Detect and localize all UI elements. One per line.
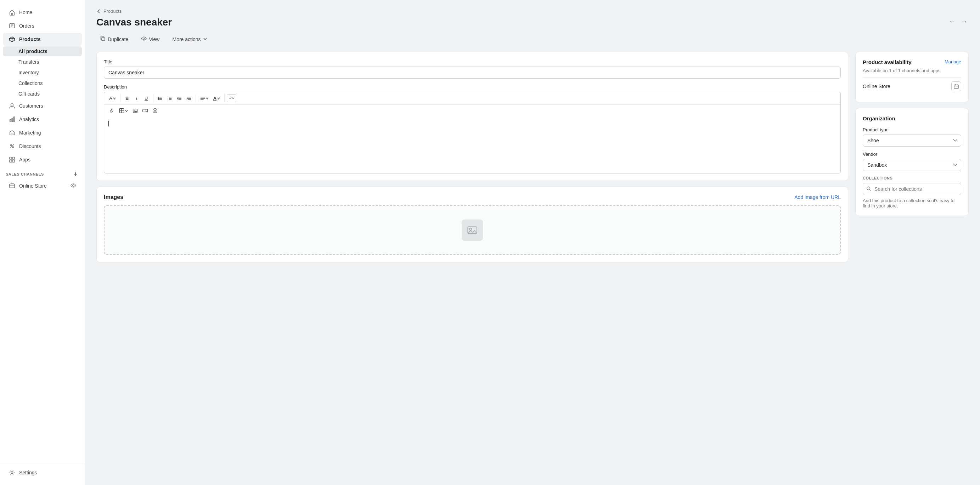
sidebar-subitem-gift-cards[interactable]: Gift cards (3, 89, 82, 99)
collections-search-input[interactable] (863, 183, 961, 195)
svg-rect-49 (143, 109, 146, 112)
breadcrumb[interactable]: Products (96, 8, 969, 14)
duplicate-icon (100, 36, 106, 43)
rte-outdent-btn[interactable] (175, 95, 184, 102)
availability-title: Product availability (863, 59, 912, 65)
collections-label: COLLECTIONS (863, 176, 961, 180)
product-type-label: Product type (863, 127, 961, 132)
sidebar-item-apps[interactable]: Apps (3, 153, 82, 166)
description-editor[interactable] (104, 117, 841, 173)
description-field-group: Description A B (104, 84, 841, 173)
sidebar-item-orders[interactable]: Orders (3, 19, 82, 32)
svg-point-54 (469, 228, 472, 230)
rte-code-label: <> (229, 96, 234, 101)
sidebar-item-apps-label: Apps (19, 157, 30, 163)
rte-underline-btn[interactable]: U (142, 94, 151, 102)
vendor-label: Vendor (863, 152, 961, 157)
product-type-select[interactable]: Shoe (863, 135, 961, 147)
main-content: Products Canvas sneaker ← → Duplicate (85, 0, 980, 485)
duplicate-label: Duplicate (108, 36, 128, 42)
action-bar: Duplicate View More actions (96, 33, 969, 44)
marketing-icon (8, 129, 16, 136)
sidebar-subitem-collections-label: Collections (18, 80, 43, 86)
duplicate-button[interactable]: Duplicate (96, 33, 132, 44)
prev-product-button[interactable]: ← (947, 17, 957, 27)
svg-point-8 (11, 145, 12, 146)
rte-text-color-btn[interactable]: A (211, 94, 222, 102)
image-dropzone[interactable] (104, 205, 841, 255)
rte-italic-btn[interactable]: I (132, 94, 142, 102)
calendar-icon-button[interactable] (951, 81, 961, 91)
sidebar-subitem-inventory-label: Inventory (18, 70, 39, 75)
rte-clear-btn[interactable] (150, 106, 160, 115)
apps-icon (8, 156, 16, 163)
sidebar-item-marketing[interactable]: Marketing (3, 127, 82, 139)
sidebar-subitem-transfers-label: Transfers (18, 59, 39, 65)
sales-channels-section: SALES CHANNELS (0, 166, 85, 179)
sidebar-subitem-transfers[interactable]: Transfers (3, 57, 82, 67)
svg-rect-12 (13, 157, 14, 159)
add-image-url-label: Add image from URL (794, 194, 841, 200)
title-label: Title (104, 59, 841, 65)
rte-image-btn[interactable] (130, 106, 140, 115)
next-product-button[interactable]: → (959, 17, 969, 27)
online-store-visibility-icon[interactable] (70, 183, 76, 189)
discounts-icon (8, 143, 16, 150)
sidebar-item-discounts[interactable]: Discounts (3, 140, 82, 152)
collections-help-text: Add this product to a collection so it's… (863, 198, 961, 209)
analytics-icon (8, 116, 16, 123)
view-button[interactable]: View (137, 33, 163, 44)
add-sales-channel-button[interactable] (72, 171, 79, 178)
organization-title: Organization (863, 116, 961, 121)
sidebar-item-online-store[interactable]: Online Store (3, 179, 82, 192)
svg-rect-44 (120, 109, 124, 113)
rte-bold-label: B (126, 95, 129, 101)
sidebar-item-settings[interactable]: Settings (3, 466, 82, 479)
svg-rect-17 (10, 184, 14, 188)
svg-point-4 (11, 104, 13, 106)
rte-link-btn[interactable] (107, 106, 116, 115)
description-label: Description (104, 84, 841, 90)
svg-point-59 (867, 187, 870, 190)
rte-align-group: A (198, 94, 224, 102)
sidebar-item-products[interactable]: Products (3, 33, 82, 46)
rte-align-btn[interactable] (198, 95, 211, 102)
rte-table-btn[interactable] (117, 106, 130, 115)
rte-video-btn[interactable] (140, 106, 150, 115)
rte-toolbar: A B I U (104, 92, 841, 105)
svg-point-19 (73, 184, 75, 186)
rte-indent-btn[interactable] (184, 95, 193, 102)
more-actions-label: More actions (172, 36, 200, 42)
page-nav-arrows: ← → (947, 17, 969, 27)
rte-code-btn[interactable]: <> (227, 94, 236, 102)
rte-ordered-list-btn[interactable]: 1 2 3 (165, 95, 174, 102)
svg-rect-13 (10, 160, 12, 162)
channel-row-online-store: Online Store (863, 78, 961, 95)
svg-rect-5 (10, 119, 11, 122)
sidebar-item-customers[interactable]: Customers (3, 100, 82, 112)
rte-underline-label: U (145, 95, 148, 101)
add-image-url-button[interactable]: Add image from URL (794, 194, 841, 200)
svg-point-20 (11, 472, 13, 473)
sidebar-item-home[interactable]: Home (3, 6, 82, 19)
manage-availability-button[interactable]: Manage (945, 59, 961, 65)
collections-section: COLLECTIONS Add this product to a collec… (863, 176, 961, 209)
sidebar-subitem-collections[interactable]: Collections (3, 78, 82, 88)
settings-section: Settings (0, 463, 85, 479)
rte-bold-btn[interactable]: B (123, 94, 132, 102)
sidebar-subitem-inventory[interactable]: Inventory (3, 68, 82, 78)
chevron-down-icon (203, 36, 207, 42)
title-input[interactable] (104, 67, 841, 79)
rte-format-btn[interactable]: A (107, 94, 118, 102)
rte-format-label: A (109, 95, 112, 101)
online-store-icon (8, 182, 16, 189)
more-actions-button[interactable]: More actions (169, 34, 210, 44)
sidebar-item-discounts-label: Discounts (19, 143, 41, 149)
rte-bullet-list-btn[interactable] (156, 95, 165, 102)
sidebar-item-analytics[interactable]: Analytics (3, 113, 82, 126)
rte-format-group: A (107, 94, 121, 102)
text-cursor (108, 121, 109, 127)
manage-label: Manage (945, 59, 961, 65)
sidebar-subitem-all-products[interactable]: All products (3, 46, 82, 56)
vendor-select[interactable]: Sandbox (863, 159, 961, 171)
